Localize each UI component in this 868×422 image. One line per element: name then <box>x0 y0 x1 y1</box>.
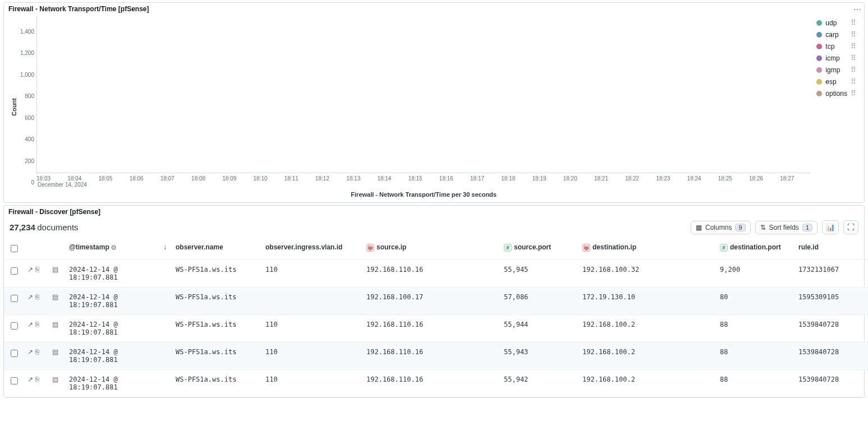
row-checkbox[interactable] <box>11 350 18 357</box>
expand-icon[interactable]: ↗ <box>26 266 34 273</box>
col-dest-ip[interactable]: ipdestination.ip <box>578 238 715 260</box>
cell-vlan: 110 <box>261 370 362 397</box>
expand-icon[interactable]: ↗ <box>26 375 34 383</box>
cell-source-port: 55,945 <box>499 260 578 287</box>
legend-item-tcp[interactable]: tcp⠿ <box>816 42 856 50</box>
cell-rule-id: 1595309105 <box>794 287 868 315</box>
legend-swatch <box>816 67 822 73</box>
legend-item-carp[interactable]: carp⠿ <box>816 30 856 39</box>
columns-button[interactable]: ▦ Columns 9 <box>691 221 750 234</box>
expand-icon[interactable]: ↗ <box>26 348 34 356</box>
table-row[interactable]: ↗⎘▤2024-12-14 @ 18:19:07.881WS-PFS1a.ws.… <box>4 342 868 370</box>
discover-panel-header: Firewall - Discover [pfSense] <box>4 206 864 217</box>
bar-slot <box>503 16 531 173</box>
panel-menu-icon[interactable]: ⋯ <box>853 5 862 14</box>
legend-swatch <box>816 79 822 85</box>
legend-drag-icon[interactable]: ⠿ <box>851 18 856 27</box>
cell-dest-ip: 192.168.100.2 <box>578 370 715 397</box>
cell-dest-ip: 192.168.100.2 <box>578 342 715 370</box>
cell-timestamp: 2024-12-14 @ 18:19:07.881 <box>65 260 171 287</box>
row-checkbox[interactable] <box>11 377 18 384</box>
cell-source-ip: 192.168.110.16 <box>362 370 499 397</box>
legend-drag-icon[interactable]: ⠿ <box>851 42 856 50</box>
clock-icon: ⊙ <box>111 244 116 251</box>
number-icon: # <box>504 244 512 252</box>
view-single-icon[interactable]: ⎘ <box>34 266 40 273</box>
col-dest-port[interactable]: #destination.port <box>715 238 794 260</box>
doc-icon[interactable]: ▤ <box>51 293 59 301</box>
table-row[interactable]: ↗⎘▤2024-12-14 @ 18:19:07.881WS-PFS1a.ws.… <box>4 315 868 342</box>
discover-table: @timestamp ⊙ ↓ observer.name observer.in… <box>4 238 868 397</box>
view-single-icon[interactable]: ⎘ <box>34 293 40 301</box>
col-source-ip[interactable]: ipsource.ip <box>362 238 499 260</box>
col-observer-name[interactable]: observer.name <box>171 238 261 260</box>
table-row[interactable]: ↗⎘▤2024-12-14 @ 18:19:07.881WS-PFS1a.ws.… <box>4 260 868 287</box>
legend-swatch <box>816 20 822 26</box>
chart-y-ticks: 1,4001,2001,0008006004002000 <box>17 29 36 186</box>
cell-dest-ip: 192.168.100.2 <box>578 315 715 342</box>
legend-drag-icon[interactable]: ⠿ <box>851 77 856 86</box>
bar-slot <box>595 16 624 173</box>
bar-slot <box>688 16 717 173</box>
display-options-button[interactable]: 📊 <box>822 220 839 234</box>
bar-slot <box>410 16 438 173</box>
col-timestamp[interactable]: @timestamp ⊙ ↓ <box>65 238 171 260</box>
legend-swatch <box>816 32 822 38</box>
cell-source-ip: 192.168.110.16 <box>362 315 499 342</box>
legend-drag-icon[interactable]: ⠿ <box>851 66 856 74</box>
select-all-checkbox[interactable] <box>11 245 18 252</box>
table-row[interactable]: ↗⎘▤2024-12-14 @ 18:19:07.881WS-PFS1a.ws.… <box>4 370 868 397</box>
chart-plot-area[interactable] <box>36 16 811 173</box>
cell-rule-id: 1539840728 <box>794 342 868 370</box>
col-rule-id[interactable]: rule.id <box>794 238 868 260</box>
sort-desc-icon[interactable]: ↓ <box>163 243 167 251</box>
cell-timestamp: 2024-12-14 @ 18:19:07.881 <box>65 287 171 315</box>
view-single-icon[interactable]: ⎘ <box>34 348 40 356</box>
cell-timestamp: 2024-12-14 @ 18:19:07.881 <box>65 315 171 342</box>
doc-icon[interactable]: ▤ <box>51 375 59 383</box>
number-icon: # <box>720 244 728 252</box>
col-vlan[interactable]: observer.ingress.vlan.id <box>261 238 362 260</box>
table-row[interactable]: ↗⎘▤2024-12-14 @ 18:19:07.881WS-PFS1a.ws.… <box>4 287 868 315</box>
expand-icon[interactable]: ↗ <box>26 293 34 301</box>
bar-slot <box>317 16 346 173</box>
cell-source-ip: 192.168.100.17 <box>362 287 499 315</box>
cell-dest-port: 88 <box>715 342 794 370</box>
col-source-port[interactable]: #source.port <box>499 238 578 260</box>
fullscreen-button[interactable]: ⛶ <box>843 220 858 234</box>
cell-timestamp: 2024-12-14 @ 18:19:07.881 <box>65 342 171 370</box>
legend-item-esp[interactable]: esp⠿ <box>816 77 856 86</box>
doc-icon[interactable]: ▤ <box>51 266 59 273</box>
cell-rule-id: 1732131067 <box>794 260 868 287</box>
legend-item-options[interactable]: options⠿ <box>816 89 856 98</box>
ip-icon: ip <box>582 244 590 252</box>
cell-vlan: 110 <box>261 342 362 370</box>
legend-drag-icon[interactable]: ⠿ <box>851 30 856 39</box>
doc-icon[interactable]: ▤ <box>51 348 59 356</box>
legend-drag-icon[interactable]: ⠿ <box>851 54 856 62</box>
bar-slot <box>379 16 407 173</box>
legend-drag-icon[interactable]: ⠿ <box>851 89 856 98</box>
row-checkbox[interactable] <box>11 295 18 302</box>
table-header-row: @timestamp ⊙ ↓ observer.name observer.in… <box>4 238 868 260</box>
legend-item-udp[interactable]: udp⠿ <box>816 18 856 27</box>
cell-dest-ip: 172.19.130.10 <box>578 287 715 315</box>
bar-slot <box>471 16 500 173</box>
row-checkbox[interactable] <box>11 267 18 275</box>
select-all-header[interactable] <box>4 238 22 260</box>
row-checkbox[interactable] <box>11 322 18 330</box>
cell-source-ip: 192.168.110.16 <box>362 260 499 287</box>
view-single-icon[interactable]: ⎘ <box>34 321 40 328</box>
legend-swatch <box>816 44 822 49</box>
cell-source-port: 57,086 <box>499 287 578 315</box>
legend-swatch <box>816 55 822 61</box>
legend-item-igmp[interactable]: igmp⠿ <box>816 66 856 74</box>
sort-fields-button[interactable]: ⇅ Sort fields 1 <box>755 221 818 234</box>
legend-item-icmp[interactable]: icmp⠿ <box>816 54 856 62</box>
view-single-icon[interactable]: ⎘ <box>34 375 40 383</box>
expand-icon[interactable]: ↗ <box>26 321 34 328</box>
chart-panel-title: Firewall - Network Transport/Time [pfSen… <box>8 5 149 13</box>
cell-observer: WS-PFS1a.ws.its <box>171 287 261 315</box>
doc-icon[interactable]: ▤ <box>51 321 59 328</box>
chart-panel: Firewall - Network Transport/Time [pfSen… <box>3 2 865 203</box>
